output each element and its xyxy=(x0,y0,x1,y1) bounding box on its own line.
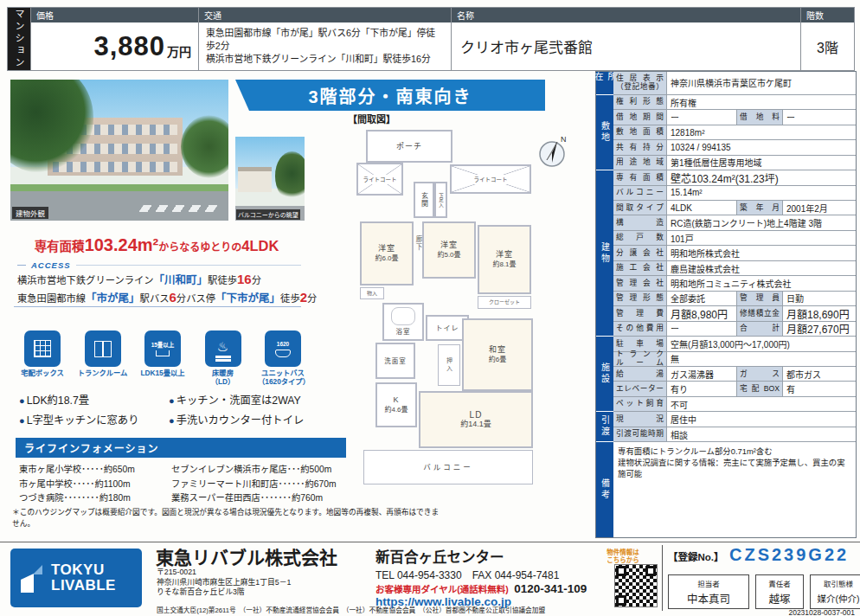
list-item: LDK約18.7畳 xyxy=(19,391,162,411)
spec-label: 管理形態 xyxy=(613,292,667,305)
divider xyxy=(14,306,301,307)
spec-label: 施工会社 xyxy=(613,261,667,275)
spec-row: 引渡可能時期相談 xyxy=(613,427,856,442)
compass-icon: N xyxy=(538,134,569,169)
spec-label: 敷地面積 xyxy=(613,125,667,139)
room-porch: ポーチ xyxy=(366,130,452,163)
room-balcony: バルコニー xyxy=(363,450,533,484)
logo-line1: TOKYU xyxy=(51,562,116,578)
room-ld: LD約14.1畳 xyxy=(419,391,533,448)
spec-value: RC造(鉄筋コンクリート)地上4階建 3階 xyxy=(667,215,856,229)
divider xyxy=(662,545,663,611)
floor-banner: 3階部分・南東向き xyxy=(235,80,545,111)
spec-row: 管理会社明和地所コミュニティ株式会社 xyxy=(613,276,856,291)
closet-icon xyxy=(85,330,121,367)
spec-label: 借地料 xyxy=(736,110,783,124)
spec-label: 築年月 xyxy=(736,201,783,215)
feature: トランクルーム xyxy=(78,330,128,386)
spec-row: 用途地域第1種低層住居専用地域 xyxy=(613,156,856,170)
house-image xyxy=(238,167,271,192)
website-url[interactable]: https://www.livable.co.jp xyxy=(375,595,511,608)
spec-table: 所在敷地建物施設引渡備考 住居表示 （登記地番）神奈川県横浜市青葉区市ケ尾町権利… xyxy=(595,71,857,538)
spec-label: 分譲会社 xyxy=(613,246,667,260)
spec-group-label: 引渡 xyxy=(596,412,613,442)
spec-value: 4LDK xyxy=(667,201,736,215)
room-kitchen: K約4.6畳 xyxy=(375,382,417,427)
floorplan-title: 【間取図】 xyxy=(348,112,395,125)
spec-label: 管理員 xyxy=(736,292,783,305)
spec-row: 管理形態全部委託管理員日勤 xyxy=(613,292,856,306)
access-lines: 横浜市営地下鉄グリーンライン「川和町」駅徒歩16分 東急田園都市線「市が尾」駅バ… xyxy=(17,271,306,307)
feature-label: トランクルーム xyxy=(78,369,128,378)
spec-row: 共有持分10324 / 994135 xyxy=(613,140,856,155)
spec-row: 専有面積にトランクルーム部分0.71m²含む 建物状況調査に関する情報：売主にて… xyxy=(613,442,856,537)
spec-value: 明和地所コミュニティ株式会社 xyxy=(667,276,856,290)
heat-icon: ♨ xyxy=(205,330,241,367)
spec-group-col: 所在敷地建物施設引渡備考 xyxy=(596,72,613,537)
spec-label: 宅配BOX xyxy=(736,382,783,395)
feature-label: LDK15畳以上 xyxy=(140,369,184,378)
spec-row: 権利形態所有権 xyxy=(613,95,856,110)
spec-row: 施工会社鹿島建設株式会社 xyxy=(613,261,856,276)
spec-label: トランク ルーム xyxy=(613,352,667,367)
compass-n-label: N xyxy=(561,135,567,144)
room-western1: 洋室約6.0畳 xyxy=(360,221,414,286)
header: マンション 価格 3,880 万円 交通 東急田園都市線「市が尾」駅バス6分「下… xyxy=(7,7,855,71)
spec-value: 有り xyxy=(667,382,736,395)
spec-value: 鹿島建設株式会社 xyxy=(667,261,856,275)
company-address: 〒215-0021 神奈川県川崎市麻生区上麻生1丁目5－1 りそな新百合ヶ丘ビル… xyxy=(157,568,291,598)
price-value: 3,880 xyxy=(93,31,165,62)
staff-box: 担当者 中本真司 xyxy=(668,574,749,609)
spec-row: エレベーター有り宅配BOX有 xyxy=(613,382,856,396)
spec-label: 駐車場 xyxy=(613,337,667,350)
spec-row: 敷地面積12818m² xyxy=(613,125,856,140)
balcony-view-photo: バルコニーからの眺望 xyxy=(235,137,305,221)
price-label: 価格 xyxy=(31,8,198,22)
spec-row: 現況居住中 xyxy=(613,412,856,427)
access-label: ACCESS xyxy=(31,260,71,270)
deal-type-box: 取引態様 媒介(仲介) xyxy=(810,574,860,609)
bath-icon: 1620 xyxy=(265,330,301,367)
closet-oshiire: 押入 xyxy=(438,344,460,386)
feature-label: 床暖房 （LD） xyxy=(211,369,235,386)
dial-number: 0120-341-109 xyxy=(514,582,587,595)
floor-cell: 階数 3階 xyxy=(800,8,854,70)
dial-label: お客様専用ダイヤル(通話料無料) xyxy=(375,584,509,594)
list-item: L字型キッチンに窓あり xyxy=(19,411,162,431)
spec-value: ー xyxy=(667,110,736,124)
spec-label: 合計 xyxy=(736,322,783,337)
list-item: つづき病院････････約180m xyxy=(19,491,168,506)
registration-value: CZS239G22 xyxy=(729,545,849,564)
spec-label: 住居表示 （登記地番） xyxy=(613,72,667,94)
spec-value: 日勤 xyxy=(783,292,856,305)
address-line2: りそな新百合ヶ丘ビル3階 xyxy=(157,587,291,598)
spec-value: ー xyxy=(667,322,736,337)
property-name: クリオ市ヶ尾弐番館 xyxy=(452,22,800,70)
list-item: 業務スーパー荏田西店･･･････約760m xyxy=(171,491,351,506)
spec-group-label: 備考 xyxy=(596,442,613,537)
address-line1: 神奈川県川崎市麻生区上麻生1丁目5－1 xyxy=(157,578,291,588)
spec-label: 修繕積立金 xyxy=(736,306,783,321)
spec-value: 有 xyxy=(783,382,856,395)
closet-strip: クローゼット xyxy=(478,296,531,309)
spec-value: 全部委託 xyxy=(667,292,736,305)
room-light-court-right: ライトコート xyxy=(450,164,531,194)
spec-value: 2001年2月 xyxy=(783,201,856,215)
qr-code[interactable] xyxy=(614,564,658,607)
life-info-right: セブンイレブン横浜市ヶ尾店･･･約500mファミリーマート川和町店･･････約… xyxy=(171,463,351,506)
spec-row: 住居表示 （登記地番）神奈川県横浜市青葉区市ケ尾町 xyxy=(613,72,856,95)
spec-value: 空無(月額13,000円～17,000円) xyxy=(667,337,856,350)
room-entrance: 玄関 xyxy=(414,182,434,218)
registration-label: 【登録No.】 xyxy=(668,552,724,562)
spec-value: 第1種低層住居専用地域 xyxy=(667,156,856,170)
access-line1: 横浜市営地下鉄グリーンライン「川和町」駅徒歩16分 xyxy=(17,271,306,289)
postal-code: 〒215-0021 xyxy=(157,568,291,578)
spec-label: 現況 xyxy=(613,412,667,426)
room-washroom: 洗面室 xyxy=(375,343,415,379)
company-name: 東急リバブル株式会社 xyxy=(156,543,337,569)
spec-label: 引渡可能時期 xyxy=(613,427,667,441)
spec-label: 間取タイプ xyxy=(613,201,667,215)
spec-label: 管理費 xyxy=(613,306,667,321)
spec-value: 10324 / 994135 xyxy=(667,140,856,154)
spec-label: エレベーター xyxy=(613,382,667,395)
